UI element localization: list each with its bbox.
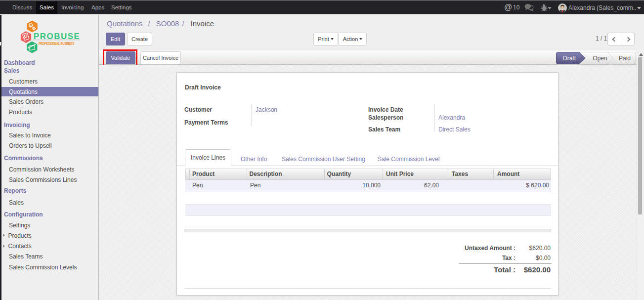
svg-text:Open: Open (593, 55, 607, 62)
svg-text:Paid: Paid (619, 55, 631, 62)
svg-text:Draft: Draft (563, 55, 576, 62)
svg-text:PROFESSIONAL BUSINESS: PROFESSIONAL BUSINESS (39, 41, 74, 46)
svg-text:PROBUSE: PROBUSE (34, 32, 81, 41)
